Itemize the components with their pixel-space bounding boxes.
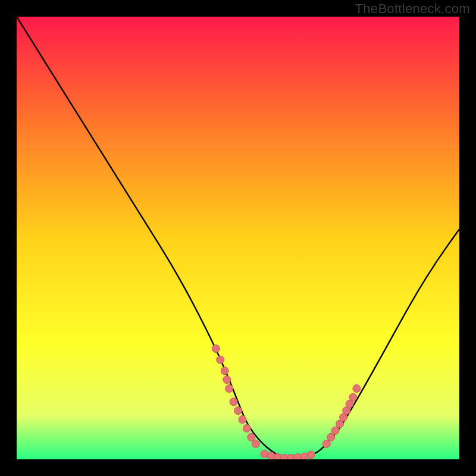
data-point-right xyxy=(327,433,335,441)
data-point-left xyxy=(217,356,224,364)
data-point-left xyxy=(221,367,228,375)
data-point-left xyxy=(230,398,237,406)
data-point-left xyxy=(243,424,250,432)
data-point-left xyxy=(239,416,246,424)
bottleneck-chart xyxy=(17,17,459,459)
watermark-text: TheBottleneck.com xyxy=(355,1,470,17)
data-point-right xyxy=(322,440,330,447)
data-point-left xyxy=(223,376,231,384)
data-point-right xyxy=(349,393,357,401)
data-point-left xyxy=(226,384,233,392)
data-point-left xyxy=(212,345,220,353)
plot-area xyxy=(17,17,459,459)
data-point-right xyxy=(353,384,361,392)
data-point-left xyxy=(252,440,259,447)
data-point-left xyxy=(248,433,255,441)
chart-container: TheBottleneck.com xyxy=(0,0,476,476)
data-point-bottom xyxy=(307,451,315,459)
gradient-background xyxy=(17,17,459,459)
data-point-right xyxy=(331,427,339,434)
data-point-left xyxy=(234,407,242,415)
